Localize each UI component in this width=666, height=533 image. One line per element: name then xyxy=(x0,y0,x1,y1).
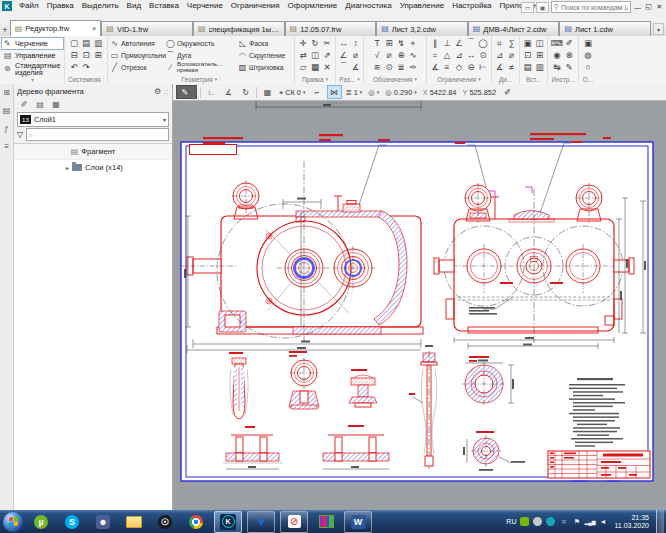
perpendicular-icon[interactable]: ⊥ xyxy=(441,37,453,49)
style-pen-button[interactable]: ✎▾ xyxy=(176,85,197,99)
parallel-icon[interactable]: ∥ xyxy=(429,37,441,49)
picker-icon[interactable]: ✐ xyxy=(500,85,515,99)
chevron-down-icon[interactable]: ▾ xyxy=(377,89,380,95)
close-button[interactable]: ✕ xyxy=(655,2,664,12)
datum-icon[interactable]: ⌖ xyxy=(407,37,419,49)
chevron-down-icon[interactable]: ▾ xyxy=(163,116,166,123)
layers-icon[interactable]: ▤ xyxy=(35,100,45,110)
triangle-icon[interactable]: △ xyxy=(441,49,453,61)
heart-app-icon[interactable]: ♥ xyxy=(247,511,275,533)
zoom-tool-combo[interactable]: ◎ ▾ xyxy=(366,86,381,98)
horizontal-icon[interactable]: ↔ xyxy=(465,49,477,61)
signal-tray-icon[interactable]: ▂▄▆ xyxy=(585,517,594,526)
zoom-value-combo[interactable]: ◎ 0.290 ▾ xyxy=(383,86,418,98)
language-indicator[interactable]: RU xyxy=(506,518,516,525)
right-angle-icon[interactable]: ⊿ xyxy=(453,49,465,61)
cross-icon[interactable]: ⊗ xyxy=(563,49,575,61)
check-diameter-icon[interactable]: ⌀ xyxy=(506,49,518,61)
chevron-down-icon[interactable]: ▾ xyxy=(360,89,363,95)
sheet-icon[interactable]: ▤ xyxy=(522,61,534,73)
tab-120507[interactable]: ▤ 12.05.07.frw xyxy=(285,21,377,36)
tool-fillet[interactable]: ◠Скругление xyxy=(238,49,290,61)
menu-drawing[interactable]: Черчение xyxy=(183,0,227,12)
picture-icon[interactable]: ⊡ xyxy=(522,49,534,61)
minimize-button[interactable]: — xyxy=(633,2,642,12)
section-caret-icon[interactable]: ▾ xyxy=(414,75,417,84)
modes-collapse-icon[interactable]: ▾ xyxy=(1,77,64,84)
tab-specification[interactable]: ▤ спецификация 1ый... xyxy=(193,21,285,36)
save-icon[interactable]: ▥ xyxy=(92,37,104,49)
chevron-down-icon[interactable]: ▾ xyxy=(414,89,417,95)
snap-rotate-icon[interactable]: ↻ xyxy=(238,85,253,99)
panel-grip-icon[interactable]: ∷ xyxy=(164,88,169,95)
preview-icon[interactable]: ⊡ xyxy=(80,49,92,61)
arc-dim-icon[interactable]: ∡ xyxy=(350,61,362,73)
multiline-icon[interactable]: ≣ xyxy=(395,61,407,73)
rotate-icon[interactable]: ↻ xyxy=(309,37,321,49)
style-empty-icon[interactable]: ○ xyxy=(582,61,594,73)
edit-icon[interactable]: ✎ xyxy=(563,61,575,73)
weld-icon[interactable]: ⊕ xyxy=(395,49,407,61)
nvidia-tray-icon[interactable] xyxy=(520,517,529,526)
radial-dim-icon[interactable]: ⌒ xyxy=(338,61,350,73)
ortho-mode-icon[interactable]: ⌐ xyxy=(310,85,325,99)
array-icon[interactable]: ▦ xyxy=(309,61,321,73)
rhombus-icon[interactable]: ◇ xyxy=(453,61,465,73)
delete-icon[interactable]: ✕ xyxy=(321,61,333,73)
tool-hatch[interactable]: ▨Штриховка xyxy=(238,61,290,73)
angle-icon[interactable]: ∠ xyxy=(453,37,465,49)
open-document-icon[interactable]: ▤ xyxy=(80,37,92,49)
network-tray-icon[interactable]: ⌗ xyxy=(559,517,568,526)
area-icon[interactable]: ⊿ xyxy=(494,49,506,61)
section-caret-icon[interactable]: ▾ xyxy=(357,75,360,84)
layer-combobox[interactable]: 13 Слой1 ▾ xyxy=(17,112,169,127)
style-half-icon[interactable]: ◍ xyxy=(582,49,594,61)
tool-rectangle[interactable]: ▭Прямоугольник xyxy=(110,49,166,61)
switch-icon[interactable]: ↹ xyxy=(551,61,563,73)
fragment-icon[interactable]: ◫ xyxy=(534,37,546,49)
tree-search-box[interactable]: ⌕ xyxy=(26,128,169,141)
keyboard-icon[interactable]: ⌨ xyxy=(551,37,563,49)
menu-constraints[interactable]: Ограничения xyxy=(227,0,284,12)
word-icon[interactable]: W xyxy=(344,511,372,533)
menu-view[interactable]: Вид xyxy=(123,0,145,12)
circle-icon[interactable]: ◯ xyxy=(477,37,489,49)
messenger-tray-icon[interactable] xyxy=(546,517,555,526)
snap-toggle-icon[interactable]: ⋈ xyxy=(327,85,342,99)
new-tab-button[interactable]: + xyxy=(0,23,10,36)
save-as-icon[interactable]: ⊞ xyxy=(92,49,104,61)
angle-fix-icon[interactable]: ∡ xyxy=(429,61,441,73)
menu-file[interactable]: Файл xyxy=(15,0,43,12)
tab-list32[interactable]: ▤ Лист 3,2.cdw xyxy=(376,21,468,36)
layout-icon[interactable]: ▥ xyxy=(534,61,546,73)
angle-dim-icon[interactable]: ∠ xyxy=(338,49,350,61)
discord-icon[interactable]: ☻ xyxy=(90,512,116,532)
flag-tray-icon[interactable]: ⚑ xyxy=(572,517,581,526)
compare-icon[interactable]: ≠ xyxy=(506,61,518,73)
snap-perpendicular-icon[interactable]: ∟ xyxy=(204,85,219,99)
tool-arc[interactable]: ⌒Дуга xyxy=(166,49,238,61)
scale-icon[interactable]: ⇗ xyxy=(321,49,333,61)
view-icon[interactable]: ▣ xyxy=(522,37,534,49)
text-icon[interactable]: T xyxy=(371,37,383,49)
menu-layout[interactable]: Оформление xyxy=(284,0,342,12)
tab-scroll-icon[interactable]: ▾ xyxy=(653,23,664,35)
tree-panel-icon[interactable]: ⊞ xyxy=(1,87,12,98)
menu-edit[interactable]: Правка xyxy=(43,0,78,12)
skype-icon[interactable]: S xyxy=(59,512,85,532)
undo-icon[interactable]: ↶ xyxy=(68,61,80,73)
snap-angle-icon[interactable]: ∡ xyxy=(221,85,236,99)
layers-panel-icon[interactable]: ▤ xyxy=(1,105,12,116)
print-icon[interactable]: ⊟ xyxy=(68,49,80,61)
volume-tray-icon[interactable]: ◄ xyxy=(598,517,607,526)
restore-button[interactable]: ◱ xyxy=(644,2,653,12)
check-angle-icon[interactable]: ∡ xyxy=(494,61,506,73)
note-icon[interactable]: ✑ xyxy=(407,61,419,73)
vertical-dim-icon[interactable]: ↕ xyxy=(350,37,362,49)
draw-mode-icon[interactable]: ✐ xyxy=(19,100,29,110)
tool-construction-line[interactable]: ∕Вспомогатель... прямая xyxy=(166,61,238,73)
mirror-icon[interactable]: ⇄ xyxy=(297,49,309,61)
linear-dim-icon[interactable]: ↔ xyxy=(338,37,350,49)
command-search-input[interactable] xyxy=(561,4,628,11)
menu-diagnostics[interactable]: Диагностика xyxy=(341,0,395,12)
